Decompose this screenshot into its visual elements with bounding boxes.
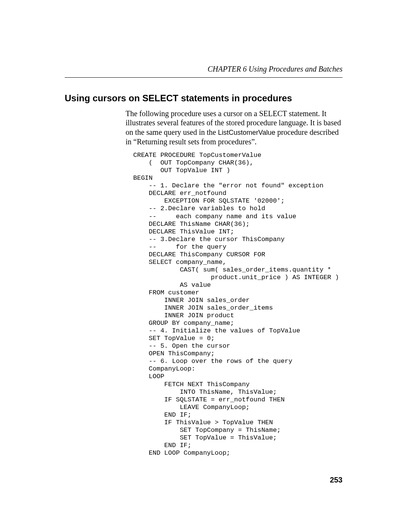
page: CHAPTER 6 Using Procedures and Batches U… bbox=[0, 0, 411, 532]
header-rule bbox=[65, 77, 342, 78]
page-number: 253 bbox=[330, 476, 342, 484]
code-listing: CREATE PROCEDURE TopCustomerValue ( OUT … bbox=[133, 152, 342, 457]
inline-code-name: ListCustomerValue bbox=[218, 129, 276, 136]
running-header: CHAPTER 6 Using Procedures and Batches bbox=[65, 65, 342, 73]
section-title: Using cursors on SELECT statements in pr… bbox=[65, 93, 342, 104]
intro-paragraph: The following procedure uses a cursor on… bbox=[126, 109, 342, 146]
